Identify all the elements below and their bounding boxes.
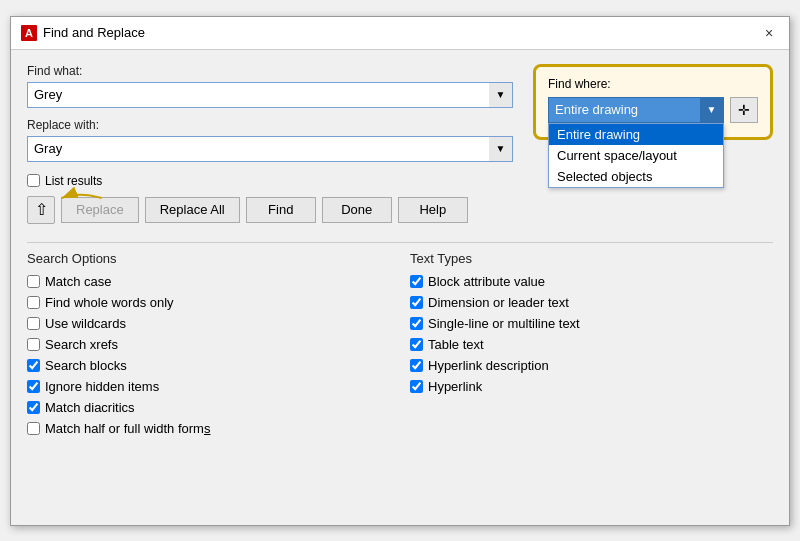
crosshair-button[interactable]: ✛ [730, 97, 758, 123]
search-options-section: Search Options Match case Find whole wor… [27, 251, 390, 442]
find-where-label: Find where: [548, 77, 758, 91]
option-half-full: Match half or full width forms [27, 421, 390, 436]
xrefs-checkbox[interactable] [27, 338, 40, 351]
done-button[interactable]: Done [322, 197, 392, 223]
hyperlink-checkbox[interactable] [410, 380, 423, 393]
find-what-input[interactable] [27, 82, 513, 108]
find-where-combo-wrap: ▼ Entire drawing Current space/layout Se… [548, 97, 724, 123]
hidden-checkbox[interactable] [27, 380, 40, 393]
option-whole-words: Find whole words only [27, 295, 390, 310]
dimension-leader-label: Dimension or leader text [428, 295, 569, 310]
replace-with-dropdown-arrow[interactable]: ▼ [489, 136, 513, 162]
collapse-arrow-btn[interactable]: ⇧ [27, 196, 55, 224]
option-hidden: Ignore hidden items [27, 379, 390, 394]
diacritics-label: Match diacritics [45, 400, 135, 415]
single-multiline-label: Single-line or multiline text [428, 316, 580, 331]
left-top: Find what: ▼ Replace with: ▼ List result… [27, 64, 513, 234]
dropdown-item-selected-objects[interactable]: Selected objects [549, 166, 723, 187]
find-what-combo-wrapper: ▼ [27, 82, 513, 108]
block-attr-checkbox[interactable] [410, 275, 423, 288]
find-what-dropdown-arrow[interactable]: ▼ [489, 82, 513, 108]
hidden-label: Ignore hidden items [45, 379, 159, 394]
hyperlink-desc-checkbox[interactable] [410, 359, 423, 372]
half-full-checkbox[interactable] [27, 422, 40, 435]
arrow-indicator: ⇧ [27, 196, 55, 224]
replace-with-label: Replace with: [27, 118, 513, 132]
table-text-label: Table text [428, 337, 484, 352]
find-button[interactable]: Find [246, 197, 316, 223]
wildcards-label: Use wildcards [45, 316, 126, 331]
replace-all-button[interactable]: Replace All [145, 197, 240, 223]
btn-row: ⇧ Replace Replace All [27, 196, 513, 224]
option-block-attr: Block attribute value [410, 274, 773, 289]
dialog-title: Find and Replace [43, 25, 145, 40]
help-button[interactable]: Help [398, 197, 468, 223]
single-multiline-checkbox[interactable] [410, 317, 423, 330]
find-what-label: Find what: [27, 64, 513, 78]
option-dimension-leader: Dimension or leader text [410, 295, 773, 310]
whole-words-checkbox[interactable] [27, 296, 40, 309]
find-where-dropdown-list: Entire drawing Current space/layout Sele… [548, 123, 724, 188]
search-options-title: Search Options [27, 251, 390, 266]
hyperlink-desc-label: Hyperlink description [428, 358, 549, 373]
match-case-label: Match case [45, 274, 111, 289]
blocks-checkbox[interactable] [27, 359, 40, 372]
title-bar-left: A Find and Replace [21, 25, 145, 41]
dropdown-item-entire-drawing[interactable]: Entire drawing [549, 124, 723, 145]
option-match-case: Match case [27, 274, 390, 289]
option-hyperlink-desc: Hyperlink description [410, 358, 773, 373]
top-section: Find what: ▼ Replace with: ▼ List result… [27, 64, 773, 234]
dialog-body: Find what: ▼ Replace with: ▼ List result… [11, 50, 789, 454]
find-where-row: ▼ Entire drawing Current space/layout Se… [548, 97, 758, 123]
title-bar: A Find and Replace × [11, 17, 789, 50]
find-where-dropdown-arrow[interactable]: ▼ [700, 97, 724, 123]
list-results-row: List results [27, 174, 513, 188]
find-where-box: Find where: ▼ Entire drawing Current spa… [533, 64, 773, 140]
replace-with-combo-wrapper: ▼ [27, 136, 513, 162]
text-types-section: Text Types Block attribute value Dimensi… [410, 251, 773, 442]
match-case-checkbox[interactable] [27, 275, 40, 288]
replace-button[interactable]: Replace [61, 197, 139, 223]
replace-with-input[interactable] [27, 136, 513, 162]
option-hyperlink: Hyperlink [410, 379, 773, 394]
diacritics-checkbox[interactable] [27, 401, 40, 414]
option-single-multiline: Single-line or multiline text [410, 316, 773, 331]
text-types-title: Text Types [410, 251, 773, 266]
option-diacritics: Match diacritics [27, 400, 390, 415]
bottom-section: Search Options Match case Find whole wor… [27, 251, 773, 442]
close-button[interactable]: × [759, 23, 779, 43]
list-results-checkbox[interactable] [27, 174, 40, 187]
option-table-text: Table text [410, 337, 773, 352]
table-text-checkbox[interactable] [410, 338, 423, 351]
list-results-label: List results [45, 174, 102, 188]
section-divider [27, 242, 773, 243]
half-full-label: Match half or full width forms [45, 421, 210, 436]
find-replace-dialog: A Find and Replace × Find what: ▼ Replac… [10, 16, 790, 526]
option-xrefs: Search xrefs [27, 337, 390, 352]
find-where-section: Find where: ▼ Entire drawing Current spa… [533, 64, 773, 140]
option-wildcards: Use wildcards [27, 316, 390, 331]
app-icon: A [21, 25, 37, 41]
hyperlink-label: Hyperlink [428, 379, 482, 394]
block-attr-label: Block attribute value [428, 274, 545, 289]
dimension-leader-checkbox[interactable] [410, 296, 423, 309]
blocks-label: Search blocks [45, 358, 127, 373]
xrefs-label: Search xrefs [45, 337, 118, 352]
whole-words-label: Find whole words only [45, 295, 174, 310]
wildcards-checkbox[interactable] [27, 317, 40, 330]
list-results-checkbox-label[interactable]: List results [27, 174, 102, 188]
dropdown-item-current-space[interactable]: Current space/layout [549, 145, 723, 166]
find-where-input[interactable] [548, 97, 724, 123]
option-blocks: Search blocks [27, 358, 390, 373]
